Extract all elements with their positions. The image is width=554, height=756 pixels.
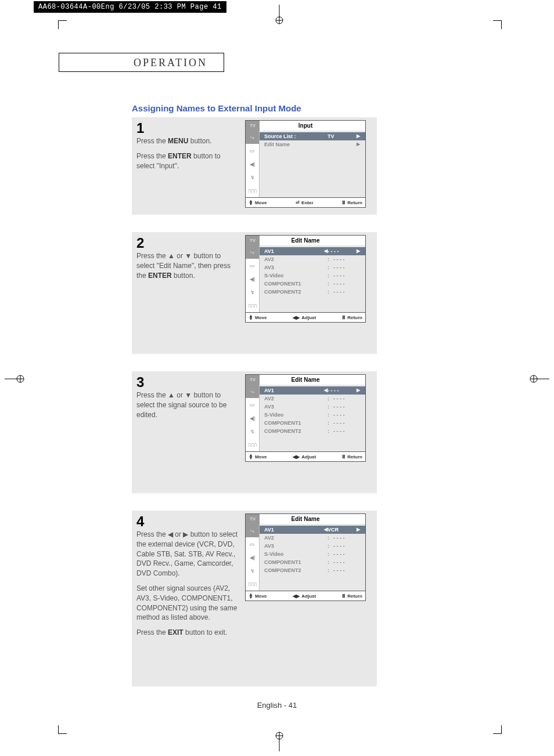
return-icon: Ⅲ <box>342 200 346 205</box>
updown-icon: ▲▼ <box>249 200 253 205</box>
osd-screenshot: TV Input ◦₊ ▭ ◀) ↯ ⎍⎍⎍ Source List : TV … <box>245 120 366 208</box>
sound-tab-icon: ◀) <box>246 551 260 564</box>
return-icon: Ⅲ <box>342 454 346 460</box>
page-title: Assigning Names to External Input Mode <box>132 103 301 113</box>
step-description: Press the ◀ or ▶ button to select the ex… <box>136 530 239 638</box>
step-block-1: 1 Press the MENU button. Press the ENTER… <box>132 117 377 215</box>
osd-title: TV Input <box>246 121 365 131</box>
sound-tab-icon: ◀) <box>246 157 260 171</box>
step-description: Press the ▲ or ▼ button to select "Edit … <box>136 251 239 280</box>
osd-title: TV Edit Name <box>246 514 365 524</box>
osd-sidebar: ◦₊ ▭ ◀) ↯ ⎍⎍⎍ <box>246 524 260 591</box>
osd-screenshot: TV Edit Name ◦₊ ▭ ◀) ↯ ⎍⎍⎍ AV1◀ VCR▶AV2:… <box>245 513 366 601</box>
osd-row: S-Video:- - - - <box>264 411 362 419</box>
step-block-2: 2 Press the ▲ or ▼ button to select "Edi… <box>132 232 377 354</box>
osd-row: Edit Name ▶ <box>264 140 362 149</box>
osd-row: AV2:- - - - <box>264 395 362 403</box>
picture-tab-icon: ▭ <box>246 259 260 272</box>
osd-row: AV1◀ VCR▶ <box>260 526 365 534</box>
osd-screenshot: TV Edit Name ◦₊ ▭ ◀) ↯ ⎍⎍⎍ AV1◀ - - - -▶… <box>245 235 366 323</box>
osd-row: AV1◀ - - - -▶ <box>260 247 365 255</box>
return-icon: Ⅲ <box>342 315 346 320</box>
registration-mark-right-icon <box>529 371 549 386</box>
osd-row: COMPONENT1:- - - - <box>264 558 362 566</box>
crop-mark-icon <box>493 725 502 734</box>
picture-tab-icon: ▭ <box>246 537 260 551</box>
osd-row: COMPONENT2:- - - - <box>264 288 362 296</box>
setup-tab-icon: ⎍⎍⎍ <box>246 438 260 451</box>
sound-tab-icon: ◀) <box>246 272 260 285</box>
osd-row: AV3:- - - - <box>264 263 362 272</box>
updown-icon: ▲▼ <box>249 454 253 460</box>
right-arrow-icon: ▶ <box>357 142 362 147</box>
osd-footer: ▲▼ Move ◀▶ Adjust Ⅲ Return <box>246 451 365 461</box>
osd-sidebar: ◦₊ ▭ ◀) ↯ ⎍⎍⎍ <box>246 245 260 312</box>
setup-tab-icon: ⎍⎍⎍ <box>246 184 260 197</box>
channel-tab-icon: ↯ <box>246 285 260 299</box>
osd-row: S-Video:- - - - <box>264 272 362 280</box>
osd-row: COMPONENT2:- - - - <box>264 566 362 574</box>
osd-footer: ▲▼ Move ◀▶ Adjust Ⅲ Return <box>246 312 365 322</box>
input-tab-icon: ◦₊ <box>246 385 260 398</box>
osd-sidebar: ◦₊ ▭ ◀) ↯ ⎍⎍⎍ <box>246 385 260 451</box>
osd-screenshot: TV Edit Name ◦₊ ▭ ◀) ↯ ⎍⎍⎍ AV1◀ - - - -▶… <box>245 374 366 462</box>
input-tab-icon: ◦₊ <box>246 524 260 537</box>
enter-icon: ⏎ <box>296 200 300 205</box>
step-number: 3 <box>136 374 239 390</box>
osd-row: AV2:- - - - <box>264 534 362 542</box>
updown-icon: ▲▼ <box>249 314 253 320</box>
osd-tv-badge: TV <box>246 375 260 385</box>
osd-title: TV Edit Name <box>246 375 365 385</box>
osd-row: COMPONENT1:- - - - <box>264 419 362 427</box>
step-number: 1 <box>136 120 239 136</box>
leftright-icon: ◀▶ <box>293 454 300 460</box>
updown-icon: ▲▼ <box>249 593 253 599</box>
step-description: Press the MENU button. Press the ENTER b… <box>136 136 239 171</box>
section-header-box: Operation <box>59 53 224 72</box>
osd-footer: ▲▼ Move ⏎ Enter Ⅲ Return <box>246 197 365 207</box>
right-arrow-icon: ▶ <box>357 248 362 254</box>
osd-row: AV2:- - - - <box>264 255 362 263</box>
step-number: 2 <box>136 235 239 251</box>
step-number: 4 <box>136 513 239 530</box>
registration-mark-bottom-icon <box>272 731 287 751</box>
osd-content-list: AV1◀ - - - -▶AV2:- - - -AV3:- - - -S-Vid… <box>260 245 365 312</box>
osd-row: COMPONENT1:- - - - <box>264 280 362 288</box>
osd-row: AV3:- - - - <box>264 403 362 411</box>
setup-tab-icon: ⎍⎍⎍ <box>246 299 260 312</box>
setup-tab-icon: ⎍⎍⎍ <box>246 577 260 591</box>
crop-mark-icon <box>493 20 502 29</box>
leftright-icon: ◀▶ <box>293 594 300 599</box>
osd-footer: ▲▼ Move ◀▶ Adjust Ⅲ Return <box>246 591 365 601</box>
registration-mark-top-icon <box>272 5 287 25</box>
print-header: AA68-03644A-00Eng 6/23/05 2:33 PM Page 4… <box>34 1 226 13</box>
section-title: Operation <box>59 53 224 69</box>
osd-row: AV1◀ - - - -▶ <box>260 386 365 395</box>
channel-tab-icon: ↯ <box>246 425 260 438</box>
channel-tab-icon: ↯ <box>246 564 260 577</box>
osd-row: AV3:- - - - <box>264 542 362 550</box>
page-footer: English - 41 <box>0 701 554 710</box>
osd-tv-badge: TV <box>246 236 260 245</box>
osd-row: S-Video:- - - - <box>264 550 362 558</box>
osd-tv-badge: TV <box>246 514 260 524</box>
osd-content-list: AV1◀ - - - -▶AV2:- - - -AV3:- - - -S-Vid… <box>260 385 365 451</box>
crop-mark-icon <box>58 725 67 734</box>
step-description: Press the ▲ or ▼ button to select the si… <box>136 390 239 419</box>
osd-tv-badge: TV <box>246 121 260 131</box>
step-block-4: 4 Press the ◀ or ▶ button to select the … <box>132 511 377 686</box>
osd-row: Source List : TV ▶ <box>260 132 365 140</box>
right-arrow-icon: ▶ <box>357 388 362 393</box>
osd-content-list: AV1◀ VCR▶AV2:- - - -AV3:- - - -S-Video:-… <box>260 524 365 591</box>
input-tab-icon: ◦₊ <box>246 245 260 259</box>
right-arrow-icon: ▶ <box>357 527 362 533</box>
input-tab-icon: ◦₊ <box>246 131 260 144</box>
picture-tab-icon: ▭ <box>246 398 260 411</box>
crop-mark-icon <box>58 20 67 29</box>
osd-sidebar: ◦₊ ▭ ◀) ↯ ⎍⎍⎍ <box>246 131 260 197</box>
channel-tab-icon: ↯ <box>246 171 260 184</box>
leftright-icon: ◀▶ <box>293 315 300 320</box>
osd-title: TV Edit Name <box>246 236 365 245</box>
right-arrow-icon: ▶ <box>357 133 362 139</box>
sound-tab-icon: ◀) <box>246 411 260 425</box>
